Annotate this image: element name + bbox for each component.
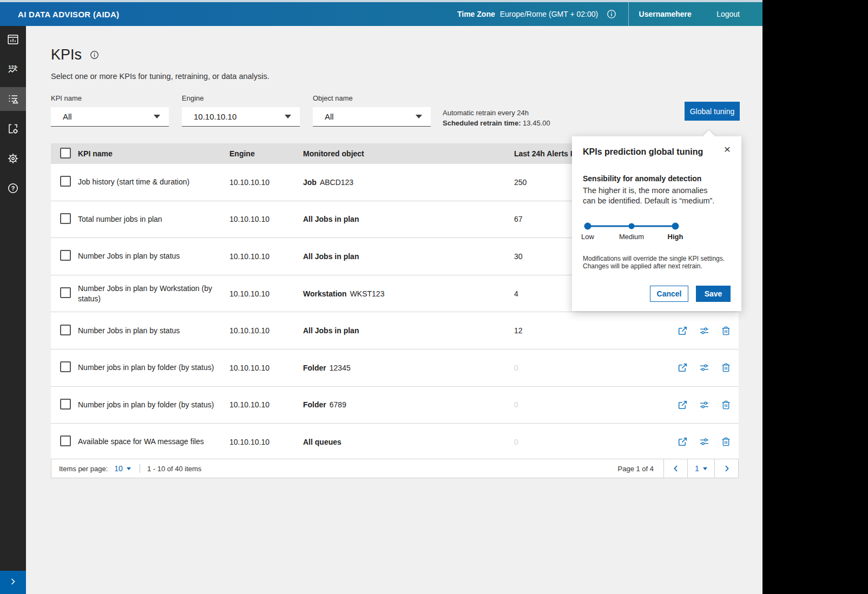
row-checkbox[interactable] [60, 399, 71, 410]
engine-cell: 10.10.10.10 [229, 252, 303, 261]
col-monitored-object: Monitored object [303, 149, 514, 158]
kpi-name-dropdown[interactable]: All [51, 107, 169, 127]
global-tuning-button[interactable]: Global tuning [685, 102, 740, 121]
slider-label-high[interactable]: High [668, 233, 683, 241]
monitored-object-cell: All Jobs in plan [303, 215, 514, 223]
chevron-down-icon [127, 467, 131, 470]
delete-kpi-icon[interactable] [721, 326, 731, 336]
page-select[interactable]: 1 [688, 459, 714, 478]
row-checkbox[interactable] [60, 361, 71, 372]
sidebar-item-kpi-trends[interactable]: 123 [0, 57, 26, 81]
engine-cell: 10.10.10.10 [229, 178, 303, 187]
page-subtitle: Select one or more KPIs for tuning, retr… [51, 72, 269, 81]
sidebar-item-kpi-list[interactable] [0, 87, 26, 111]
chevron-right-icon [8, 576, 18, 589]
popover-note: Modifications will override the single K… [583, 255, 731, 270]
kpi-name-cell: Available space for WA message files [78, 437, 229, 447]
app-header: AI DATA ADVISOR (AIDA) Time Zone Europe/… [0, 2, 762, 26]
open-kpi-icon[interactable] [678, 326, 688, 336]
tune-kpi-icon[interactable] [699, 326, 709, 336]
row-checkbox[interactable] [60, 287, 71, 298]
kpi-name-cell: Total number jobs in plan [78, 214, 229, 225]
page-info-icon[interactable] [90, 47, 99, 63]
row-actions [671, 400, 739, 410]
items-per-page-value: 10 [114, 464, 123, 473]
col-engine: Engine [229, 149, 303, 158]
sidebar-item-help[interactable]: ? [0, 176, 26, 200]
object-name-dropdown[interactable]: All [313, 107, 431, 127]
row-checkbox[interactable] [60, 325, 71, 335]
chevron-down-icon [703, 467, 707, 470]
sensibility-slider[interactable] [583, 222, 680, 230]
monitored-object-cell: Folder12345 [303, 364, 514, 372]
filter-label: KPI name [51, 94, 169, 102]
row-checkbox[interactable] [60, 250, 71, 261]
range-text: 1 - 10 of 40 items [147, 465, 201, 473]
table-row: Number Jobs in plan by status 10.10.10.1… [51, 312, 739, 349]
kpi-list-alert-icon [6, 93, 19, 105]
popover-actions: Cancel Save [583, 286, 731, 302]
current-page: 1 [695, 464, 699, 473]
alerts-cell: 0 [514, 438, 671, 446]
close-icon[interactable]: × [722, 143, 733, 154]
slider-labels: Low Medium High [583, 233, 731, 242]
sidebar-item-object-settings[interactable] [0, 117, 26, 141]
object-gear-icon [6, 122, 19, 135]
sidebar-expand-button[interactable] [0, 571, 26, 594]
tune-kpi-icon[interactable] [699, 362, 709, 373]
items-per-page-select[interactable]: 10 [114, 464, 131, 473]
table-row: Number jobs in plan by folder (by status… [51, 387, 739, 424]
pagination-bar: Items per page: 10 1 - 10 of 40 items Pa… [51, 459, 739, 478]
prev-page-button[interactable] [664, 459, 687, 478]
kpi-name-cell: Number jobs in plan by folder (by status… [78, 362, 229, 373]
engine-cell: 10.10.10.10 [229, 289, 303, 298]
kpi-name-cell: Job history (start time & duration) [78, 177, 229, 187]
chevron-down-icon [154, 115, 160, 118]
open-kpi-icon[interactable] [678, 437, 688, 447]
username[interactable]: Usernamehere [629, 10, 701, 18]
app-title: AI DATA ADVISOR (AIDA) [18, 10, 119, 19]
dashboard-icon [6, 33, 19, 46]
sensibility-title: Sensibility for anomaly detection [583, 174, 731, 183]
page-title-row: KPIs [51, 47, 99, 63]
cancel-button[interactable]: Cancel [650, 286, 688, 302]
monitored-object-cell: All Jobs in plan [303, 252, 514, 261]
items-per-page-label: Items per page: [59, 465, 108, 473]
chevron-down-icon [285, 115, 291, 118]
row-actions [671, 326, 739, 336]
sidebar-item-settings[interactable] [0, 147, 26, 170]
engine-cell: 10.10.10.10 [229, 215, 303, 223]
open-kpi-icon[interactable] [678, 400, 688, 410]
engine-dropdown[interactable]: 10.10.10.10 [182, 107, 300, 127]
timezone-info-icon[interactable] [607, 9, 616, 19]
tune-kpi-icon[interactable] [699, 400, 709, 410]
filter-engine: Engine 10.10.10.10 [182, 94, 300, 127]
retrain-line2: Scheduled retrain time: 13.45.00 [443, 118, 550, 128]
alerts-cell: 12 [514, 326, 671, 335]
engine-cell: 10.10.10.10 [229, 400, 303, 409]
delete-kpi-icon[interactable] [721, 437, 731, 447]
next-page-button[interactable] [715, 459, 738, 478]
delete-kpi-icon[interactable] [721, 400, 731, 410]
row-checkbox[interactable] [60, 213, 71, 224]
tune-kpi-icon[interactable] [699, 437, 709, 447]
sidebar: 123 ? [0, 26, 26, 571]
gear-icon [6, 152, 19, 165]
page-indicator: Page 1 of 4 [618, 465, 664, 473]
kpi-name-cell: Number Jobs in plan by Workstation (by s… [78, 283, 229, 304]
save-button[interactable]: Save [696, 286, 731, 302]
open-kpi-icon[interactable] [678, 362, 688, 373]
sidebar-item-dashboard[interactable] [0, 28, 26, 51]
row-checkbox[interactable] [60, 176, 71, 187]
popover-caret [703, 130, 715, 143]
delete-kpi-icon[interactable] [721, 362, 731, 373]
table-row: Number jobs in plan by folder (by status… [51, 349, 739, 387]
kpi-123-trend-icon: 123 [6, 63, 19, 76]
slider-label-low[interactable]: Low [581, 233, 594, 241]
engine-cell: 10.10.10.10 [229, 438, 303, 446]
select-all-checkbox[interactable] [60, 148, 71, 159]
filter-label: Engine [182, 94, 300, 102]
row-checkbox[interactable] [60, 435, 71, 446]
slider-label-medium[interactable]: Medium [619, 233, 644, 241]
logout-button[interactable]: Logout [716, 10, 740, 18]
